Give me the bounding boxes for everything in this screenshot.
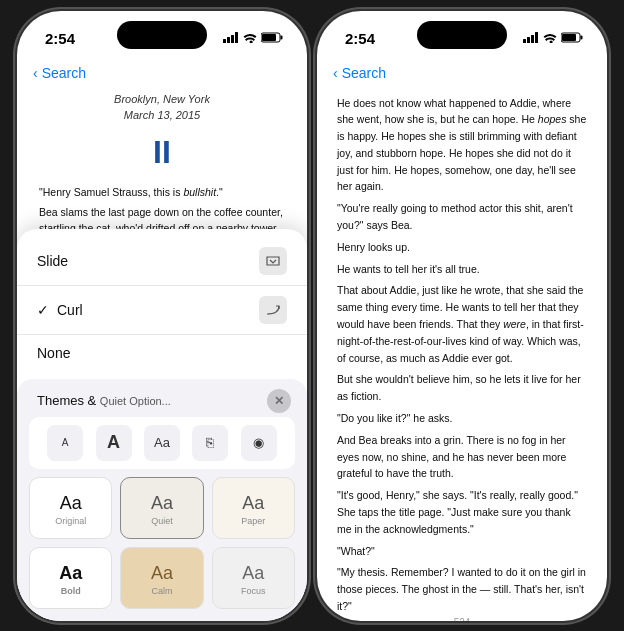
right-para-3: Henry looks up. [337,239,587,256]
chevron-left-icon: ‹ [33,65,38,81]
theme-original-name: Original [55,516,86,526]
themes-label: Themes & Quiet Option... [37,393,171,408]
nav-bar-left: ‹ Search [17,55,307,91]
font-controls-row: A A Aa ⎘ ◉ [29,417,295,469]
theme-bold-name: Bold [61,586,81,596]
battery-icon-right [561,32,583,45]
right-para-6: But she wouldn't believe him, so he lets… [337,371,587,405]
right-para-9: "It's good, Henry," she says. "It's real… [337,487,587,537]
right-para-7: "Do you like it?" he asks. [337,410,587,427]
svg-rect-13 [562,34,576,41]
right-phone: 2:54 ‹ Search He does not know [317,11,607,621]
theme-quiet-aa: Aa [151,493,173,514]
theme-quiet-name: Quiet [151,516,173,526]
svg-rect-12 [581,36,583,40]
font-small-button[interactable]: A [47,425,83,461]
wifi-icon [243,32,257,45]
status-icons-left [223,32,283,45]
eye-button[interactable]: ◉ [241,425,277,461]
theme-bold-aa: Aa [59,563,82,584]
none-label: None [37,345,70,361]
large-a-icon: A [107,432,120,453]
slide-panel: Slide ✓ Curl N [17,229,307,621]
check-icon: ✓ [37,302,49,318]
theme-bold[interactable]: Aa Bold [29,547,112,609]
right-para-8: And Bea breaks into a grin. There is no … [337,432,587,482]
font-style-button[interactable]: Aa [144,425,180,461]
time-right: 2:54 [345,30,375,47]
slide-option-slide[interactable]: Slide [17,237,307,285]
close-icon: ✕ [274,394,284,408]
search-link-right[interactable]: Search [342,65,386,81]
theme-original[interactable]: Aa Original [29,477,112,539]
chevron-left-icon-right: ‹ [333,65,338,81]
eye-icon: ◉ [253,435,264,450]
right-para-2: "You're really going to method actor thi… [337,200,587,234]
left-phone: 2:54 ‹ Search Brooklyn [17,11,307,621]
battery-icon [261,32,283,45]
right-para-10: "What?" [337,543,587,560]
right-book-content: He does not know what happened to Addie,… [317,91,607,611]
svg-rect-9 [531,35,534,43]
slide-options: Slide ✓ Curl N [17,229,307,379]
chapter-number: II [39,128,285,176]
svg-rect-10 [535,32,538,43]
theme-paper[interactable]: Aa Paper [212,477,295,539]
curl-label: Curl [57,302,83,318]
slide-option-curl[interactable]: ✓ Curl [17,285,307,335]
curl-icon [259,296,287,324]
svg-rect-7 [523,39,526,43]
themes-grid: Aa Original Aa Quiet Aa Paper Aa Bold [17,469,307,621]
page-number: 524 [317,611,607,621]
copy-icon: ⎘ [206,435,214,450]
theme-focus-name: Focus [241,586,266,596]
svg-rect-6 [262,34,276,41]
right-para-5: That about Addie, just like he wrote, th… [337,282,587,366]
wifi-icon-right [543,32,557,45]
dynamic-island-right [417,21,507,49]
theme-quiet[interactable]: Aa Quiet [120,477,203,539]
svg-rect-0 [223,39,226,43]
copy-button[interactable]: ⎘ [192,425,228,461]
slide-option-none[interactable]: None [17,335,307,371]
close-button[interactable]: ✕ [267,389,291,413]
small-a-icon: A [62,437,69,448]
dynamic-island-left [117,21,207,49]
back-button-right[interactable]: ‹ Search [333,65,386,81]
slide-label: Slide [37,253,68,269]
font-icon: Aa [154,435,170,450]
search-link-left[interactable]: Search [42,65,86,81]
theme-paper-aa: Aa [242,493,264,514]
theme-focus-aa: Aa [242,563,264,584]
theme-calm-name: Calm [151,586,172,596]
svg-rect-1 [227,37,230,43]
status-icons-right [523,32,583,45]
signal-icon-right [523,32,539,45]
time-left: 2:54 [45,30,75,47]
theme-original-aa: Aa [60,493,82,514]
font-large-button[interactable]: A [96,425,132,461]
theme-calm[interactable]: Aa Calm [120,547,203,609]
themes-header: Themes & Quiet Option... ✕ [17,381,307,417]
right-para-1: He does not know what happened to Addie,… [337,95,587,196]
right-para-11: "My thesis. Remember? I wanted to do it … [337,564,587,610]
back-button-left[interactable]: ‹ Search [33,65,86,81]
svg-rect-5 [281,36,283,40]
theme-paper-name: Paper [241,516,265,526]
svg-rect-8 [527,37,530,43]
nav-bar-right: ‹ Search [317,55,607,91]
slide-icon [259,247,287,275]
theme-focus[interactable]: Aa Focus [212,547,295,609]
theme-calm-aa: Aa [151,563,173,584]
svg-rect-2 [231,35,234,43]
right-para-4: He wants to tell her it's all true. [337,261,587,278]
svg-rect-3 [235,32,238,43]
signal-icon [223,32,239,45]
book-location: Brooklyn, New YorkMarch 13, 2015 [39,91,285,124]
